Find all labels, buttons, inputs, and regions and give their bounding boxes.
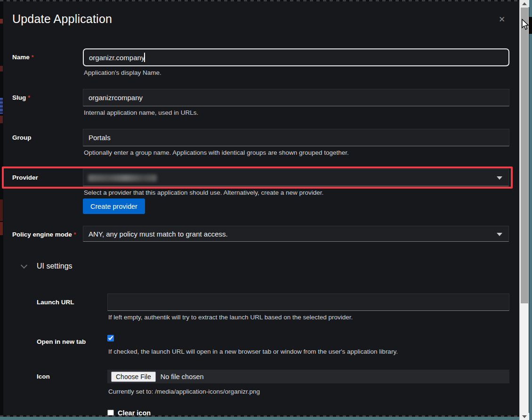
slug-label: Slug* [12,94,30,101]
name-help: Application's display Name. [84,69,161,76]
required-marker: * [28,95,30,101]
open-in-new-tab-checkbox[interactable] [107,335,114,341]
arrow-up-icon [522,2,527,5]
mouse-cursor [522,19,530,31]
arrow-down-icon [522,415,527,418]
scrollbar[interactable] [519,0,529,420]
name-input[interactable] [83,48,509,66]
launch-url-input[interactable] [107,293,509,311]
group-label: Group [12,134,32,141]
chevron-down-icon [497,233,502,236]
text-cursor [144,53,145,62]
policy-engine-mode-select[interactable]: ANY, any policy must match to grant acce… [83,226,509,242]
backdrop-fragment [0,66,3,71]
policy-engine-mode-label: Policy engine mode* [12,231,76,238]
choose-file-button[interactable]: Choose File [111,372,156,382]
screenshot-root: Update Application ✕ Name* Application's… [0,0,532,420]
slug-input[interactable] [83,89,509,106]
group-input[interactable] [83,129,509,146]
required-marker: * [74,231,76,238]
close-icon[interactable]: ✕ [499,16,505,24]
provider-select[interactable] [83,169,509,186]
provider-help: Select a provider that this application … [84,189,323,196]
backdrop-fragment [0,116,3,123]
create-provider-button[interactable]: Create provider [83,198,145,214]
ui-settings-header[interactable]: UI settings [37,262,73,270]
backdrop-fragment [0,222,3,235]
open-in-new-tab-help: If checked, the launch URL will open in … [108,348,398,355]
scrollbar-up-button[interactable] [520,0,529,7]
icon-help: Currently set to: /media/application-ico… [108,388,260,395]
backdrop-fragment [0,19,3,24]
screenshot-edge-strip-bottom [0,417,532,420]
provider-label: Provider [12,174,38,181]
group-help: Optionally enter a group name. Applicati… [84,149,349,156]
required-marker: * [32,54,34,61]
scrollbar-thumb[interactable] [521,8,528,303]
icon-file-input[interactable]: Choose File No file chosen [107,370,509,383]
name-label: Name* [12,54,33,61]
icon-label: Icon [37,373,50,380]
policy-engine-mode-value: ANY, any policy must match to grant acce… [89,230,228,238]
open-in-new-tab-label: Open in new tab [37,338,86,345]
modal-title: Update Application [12,12,112,26]
launch-url-help: If left empty, authentik will try to ext… [108,314,353,321]
chevron-down-icon [497,176,502,180]
provider-value-redacted [88,174,157,182]
screenshot-edge-strip-right [529,0,532,420]
backdrop-fragment [0,199,3,221]
slug-help: Internal application name, used in URLs. [84,109,198,116]
file-chosen-status: No file chosen [161,373,204,380]
backdrop-fragment [0,98,3,114]
screenshot-edge-top [0,0,532,1]
launch-url-label: Launch URL [37,299,74,306]
scrollbar-down-button[interactable] [520,413,529,420]
